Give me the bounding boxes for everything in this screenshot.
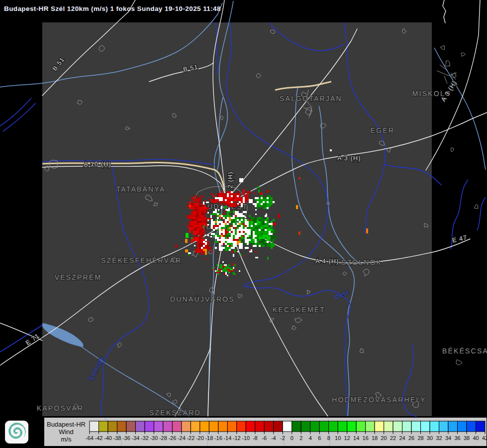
legend-color-cell [246, 421, 255, 432]
legend-product-label: Budapest-HR [47, 421, 86, 428]
legend-tick-label: 40 [473, 435, 479, 441]
legend-color-cell [402, 421, 411, 432]
legend-unit-label: m/s [61, 436, 72, 443]
city-label: VESZPRÉM [55, 273, 102, 281]
legend-color-cell [301, 421, 310, 432]
legend-color-cell [329, 421, 338, 432]
legend-tick-label: -24 [178, 435, 186, 441]
legend-tick-label: -22 [187, 435, 195, 441]
city-label: SALGÓTARJÁN [280, 95, 342, 103]
city-label: DUNAÚJVÁROS [170, 295, 235, 303]
radar-spot [186, 233, 189, 238]
legend-color-cell [347, 421, 356, 432]
legend-color-cell [292, 421, 301, 432]
legend-tick-label: 4 [309, 435, 312, 441]
legend-tick-label: -34 [131, 435, 139, 441]
radar-spot [278, 214, 280, 218]
legend-color-cell [172, 421, 181, 432]
met-service-spiral-logo [5, 421, 28, 444]
legend-tick-label: -8 [253, 435, 258, 441]
legend-tick-label: -12 [233, 435, 241, 441]
radar-spot [330, 149, 332, 151]
radar-spot [260, 192, 263, 195]
legend-tick-label: -32 [141, 435, 149, 441]
legend-tick-label: -30 [150, 435, 158, 441]
legend-color-cell [255, 421, 264, 432]
legend-color-cell [237, 421, 246, 432]
radar-spot [298, 231, 300, 235]
radar-spot [267, 190, 269, 193]
legend-color-cell [126, 421, 135, 432]
legend-tick-label: -38 [113, 435, 121, 441]
radar-spot [296, 205, 298, 209]
legend-tick-label: -2 [280, 435, 285, 441]
legend-field-label: Wind [59, 428, 74, 436]
legend-color-cell [375, 421, 384, 432]
legend-tick-label: 6 [318, 435, 321, 441]
legend-color-cell [274, 421, 283, 432]
legend-tick-label: -26 [168, 435, 176, 441]
legend-color-cell [227, 421, 236, 432]
legend-tick-label: 12 [344, 435, 350, 441]
legend-tick-label: 24 [399, 435, 405, 441]
legend-color-cell [467, 421, 476, 432]
legend-tick-label: 8 [327, 435, 330, 441]
weather-radar-map: SALGÓTARJÁNMISKOLCEGERTATABÁNYABUDAPESTÉ… [0, 0, 487, 448]
legend-tick-label: -16 [214, 435, 222, 441]
legend-tick-label: -40 [104, 435, 112, 441]
legend-tick-label: -4 [271, 435, 276, 441]
city-label: BÉKÉSCSABA [442, 347, 487, 355]
color-scale-legend: Budapest-HR Wind m/s -64-42-40-38-36-34-… [44, 417, 487, 447]
legend-color-cell [145, 421, 154, 432]
city-label: TATABÁNYA [116, 185, 166, 193]
legend-tick-label: -14 [223, 435, 231, 441]
legend-color-cell [191, 421, 199, 432]
legend-color-cell [366, 421, 375, 432]
legend-tick-label: -20 [196, 435, 204, 441]
radar-product-screen: SALGÓTARJÁNMISKOLCEGERTATABÁNYABUDAPESTÉ… [0, 0, 487, 448]
legend-color-cell [163, 421, 172, 432]
legend-color-cell [154, 421, 163, 432]
legend-color-cell [338, 421, 347, 432]
radar-spot [185, 239, 188, 243]
legend-tick-label: -6 [262, 435, 267, 441]
legend-tick-label: -64 [86, 435, 94, 441]
legend-color-cell [458, 421, 467, 432]
legend-color-cell [430, 421, 439, 432]
legend-color-cell [90, 421, 98, 432]
legend-tick-label: 20 [381, 435, 387, 441]
legend-tick-label: 14 [353, 435, 359, 441]
city-label: HÓDMEZŐVÁSÁRHELY [332, 396, 426, 404]
legend-color-cell [310, 421, 319, 432]
legend-color-cell [200, 421, 209, 432]
legend-tick-label: 2 [299, 435, 302, 441]
legend-tick-label: 26 [408, 435, 414, 441]
city-label: KAPOSVÁR [37, 404, 84, 412]
city-label: SZÉKESFEHÉRVÁR [101, 256, 182, 264]
legend-tick-label: -18 [205, 435, 213, 441]
radar-spot [366, 228, 368, 233]
legend-tick-label: 42 [482, 435, 487, 441]
legend-color-cells [90, 421, 485, 432]
legend-tick-label: -10 [242, 435, 250, 441]
radar-spot [239, 178, 243, 182]
legend-tick-label: -42 [95, 435, 103, 441]
legend-tick-label: 10 [335, 435, 341, 441]
legend-color-cell [108, 421, 117, 432]
legend-tick-label: 38 [464, 435, 470, 441]
legend-tick-label: 22 [390, 435, 396, 441]
legend-color-cell [283, 421, 292, 432]
legend-tick-label: 30 [427, 435, 433, 441]
legend-tick-label: 32 [436, 435, 442, 441]
road-label: A 3 (H) [337, 155, 361, 162]
legend-color-cell [476, 421, 485, 432]
legend-color-cell [218, 421, 227, 432]
city-label: EGER [371, 126, 394, 134]
legend-color-cell [319, 421, 328, 432]
legend-tick-label: 36 [454, 435, 460, 441]
legend-color-cell [439, 421, 448, 432]
legend-color-cell [117, 421, 126, 432]
radar-spot [175, 245, 178, 247]
legend-color-cell [448, 421, 457, 432]
product-title: Budapest-HR Szél 120km (m/s) 1 fokos Sun… [4, 5, 221, 12]
